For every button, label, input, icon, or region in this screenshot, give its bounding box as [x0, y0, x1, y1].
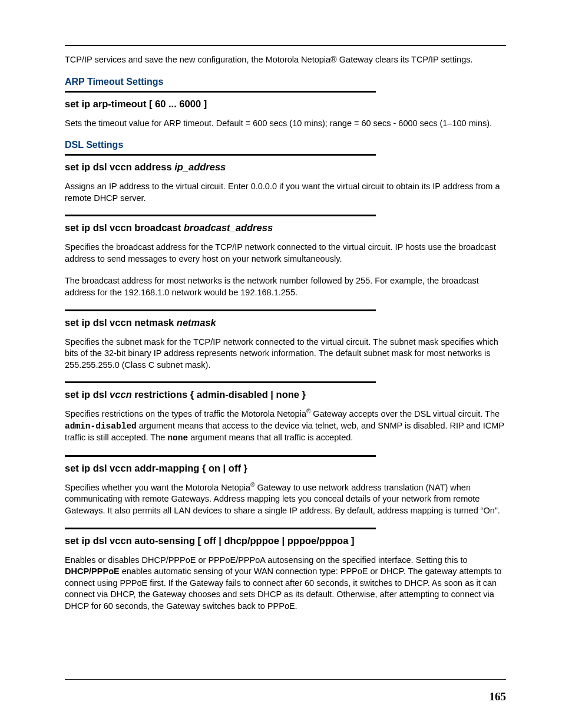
document-page: TCP/IP services and save the new configu…: [0, 0, 562, 728]
bold-term: DHCP/PPPoE: [65, 566, 120, 576]
divider: [65, 154, 376, 156]
dsl-broadcast-desc-1: Specifies the broadcast address for the …: [65, 242, 506, 265]
dsl-broadcast-desc-2: The broadcast address for most networks …: [65, 275, 506, 298]
page-number: 165: [490, 690, 507, 703]
text: Specifies whether you want the Motorola …: [65, 483, 250, 492]
section-arp-title: ARP Timeout Settings: [65, 77, 506, 87]
cmd-dsl-address: set ip dsl vccn address ip_address: [65, 162, 506, 173]
code-arg: none: [167, 433, 188, 443]
divider: [65, 455, 376, 457]
cmd-text: set ip dsl vccn netmask: [65, 317, 177, 328]
code-arg: admin-disabled: [65, 421, 137, 431]
cmd-arp-timeout: set ip arp-timeout [ 60 ... 6000 ]: [65, 98, 506, 110]
dsl-address-desc: Assigns an IP address to the virtual cir…: [65, 181, 506, 204]
cmd-arg: broadcast_address: [184, 222, 273, 233]
bottom-rule: [65, 679, 506, 680]
cmd-dsl-restrictions: set ip dsl vccn restrictions { admin-dis…: [65, 389, 506, 400]
text: Enables or disables DHCP/PPPoE or PPPoE/…: [65, 555, 468, 565]
dsl-autosensing-desc: Enables or disables DHCP/PPPoE or PPPoE/…: [65, 555, 506, 612]
text: Specifies restrictions on the types of t…: [65, 409, 306, 419]
cmd-dsl-autosensing: set ip dsl vccn auto-sensing [ off | dhc…: [65, 535, 506, 546]
divider: [65, 215, 376, 216]
cmd-text: set ip dsl: [65, 389, 110, 400]
section-dsl-title: DSL Settings: [65, 140, 506, 150]
text: Gateway accepts over the DSL virtual cir…: [310, 409, 500, 419]
divider: [65, 91, 376, 93]
dsl-netmask-desc: Specifies the subnet mask for the TCP/IP…: [65, 337, 506, 371]
cmd-dsl-addrmapping: set ip dsl vccn addr-mapping { on | off …: [65, 463, 506, 474]
cmd-text: restrictions { admin-disabled | none }: [132, 389, 306, 400]
divider: [65, 528, 376, 529]
cmd-arg: netmask: [177, 317, 216, 328]
cmd-arg: vccn: [110, 389, 132, 400]
divider: [65, 309, 376, 311]
divider: [65, 381, 376, 383]
cmd-dsl-broadcast: set ip dsl vccn broadcast broadcast_addr…: [65, 222, 506, 233]
intro-paragraph: TCP/IP services and save the new configu…: [65, 54, 506, 66]
dsl-addrmapping-desc: Specifies whether you want the Motorola …: [65, 482, 506, 517]
top-rule: [65, 45, 506, 46]
arp-desc: Sets the timeout value for ARP timeout. …: [65, 118, 506, 130]
cmd-text: set ip dsl vccn address: [65, 162, 174, 172]
text: argument means that all traffic is accep…: [188, 433, 353, 442]
text: enables automatic sensing of your WAN co…: [65, 566, 501, 611]
cmd-dsl-netmask: set ip dsl vccn netmask netmask: [65, 317, 506, 328]
cmd-text: set ip dsl vccn broadcast: [65, 222, 184, 233]
cmd-arg: ip_address: [174, 162, 226, 172]
registered-mark: ®: [250, 482, 254, 488]
dsl-restrictions-desc: Specifies restrictions on the types of t…: [65, 409, 506, 444]
